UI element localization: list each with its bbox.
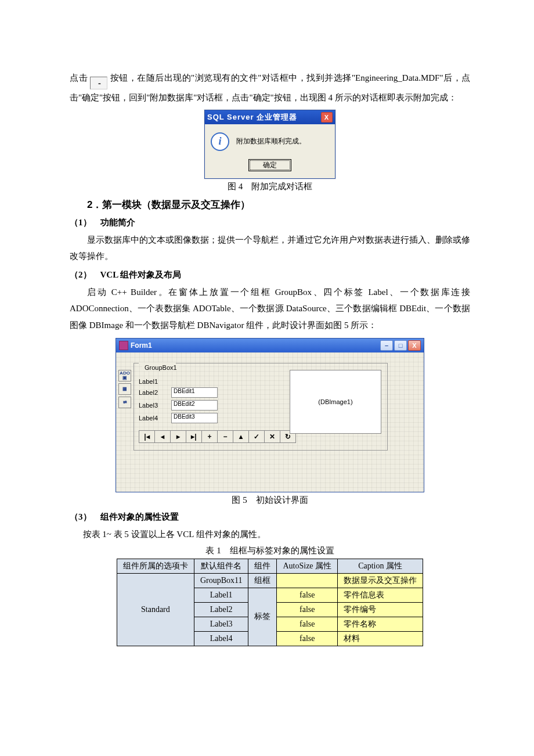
paragraph-1: 点击 ... 按钮，在随后出现的"浏览现有的文件"对话框中，找到并选择"Engi… (70, 70, 470, 106)
cell-name: Label1 (194, 588, 248, 602)
sql-server-dialog: SQL Server 企业管理器 X i 附加数据库顺利完成。 确定 (204, 110, 335, 179)
label2: Label2 (139, 389, 171, 396)
cell-caption: 零件编号 (338, 602, 423, 617)
th-tab: 组件所属的选项卡 (117, 559, 194, 573)
nav-post-icon[interactable]: ✓ (249, 431, 265, 443)
table-intro-paragraph: 按表 1~ 表 5 设置以上各 VCL 组件对象的属性。 (70, 526, 470, 543)
th-name: 默认组件名 (194, 559, 248, 573)
nav-insert-icon[interactable]: + (202, 431, 218, 443)
th-comp: 组件 (248, 559, 277, 573)
dialog-title-bar: SQL Server 企业管理器 X (205, 110, 335, 124)
cell-name: Label3 (194, 617, 248, 631)
subsection-3-heading: （3） 组件对象的属性设置 (70, 512, 470, 523)
th-autosize: AutoSize 属性 (277, 559, 338, 573)
property-table-1: 组件所属的选项卡 默认组件名 组件 AutoSize 属性 Caption 属性… (117, 559, 423, 646)
label3: Label3 (139, 402, 171, 409)
cell-autosize: false (277, 602, 338, 617)
subsection-2-heading: （2） VCL 组件对象及布局 (70, 269, 470, 280)
cell-caption: 材料 (338, 631, 423, 646)
vcl-layout-paragraph: 启动 C++ Builder。在窗体上放置一个组框 GroupBox、四个标签 … (70, 284, 470, 334)
subsection-1-heading: （1） 功能简介 (70, 217, 470, 228)
groupbox1: GroupBox1 (DBImage1) Label1 Label2 DBEdi… (134, 363, 388, 451)
form1-title-bar: Form1 – □ X (116, 339, 424, 352)
palette-adotable-icon[interactable]: ▦ (118, 383, 131, 395)
dbedit2[interactable]: DBEdit2 (171, 400, 218, 411)
table-header-row: 组件所属的选项卡 默认组件名 组件 AutoSize 属性 Caption 属性 (117, 559, 423, 573)
form1-app-icon (119, 341, 128, 350)
nav-delete-icon[interactable]: − (218, 431, 233, 443)
figure-5-container: Form1 – □ X ADO▣ ▦ ⇄ GroupBox1 (70, 338, 470, 492)
dialog-close-icon[interactable]: X (321, 112, 333, 123)
label4: Label4 (139, 415, 171, 422)
cell-tab-standard: Standard (117, 573, 194, 646)
section-2-heading: 2．第一模块（数据显示及交互操作） (87, 198, 470, 211)
figure-4-container: SQL Server 企业管理器 X i 附加数据库顺利完成。 确定 (70, 110, 470, 179)
info-icon: i (211, 132, 229, 151)
nav-edit-icon[interactable]: ▴ (233, 431, 249, 443)
cell-name: Label2 (194, 602, 248, 617)
cell-comp: 组框 (248, 573, 277, 588)
dbnavigator: |◂ ◂ ▸ ▸| + − ▴ ✓ ✕ ↻ (139, 430, 296, 443)
nav-cancel-icon[interactable]: ✕ (265, 431, 280, 443)
p1-text-b: 按钮，在随后出现的"浏览现有的文件"对话框中，找到并选择"Engineering… (70, 73, 470, 102)
cell-name: Label4 (194, 631, 248, 646)
nav-prior-icon[interactable]: ◂ (155, 431, 171, 443)
palette-adoconnection-icon[interactable]: ADO▣ (118, 370, 131, 381)
groupbox1-caption: GroupBox1 (142, 364, 179, 371)
figure-4-caption: 图 4 附加完成对话框 (70, 181, 470, 192)
form1-title: Form1 (131, 341, 152, 350)
form1-window: Form1 – □ X ADO▣ ▦ ⇄ GroupBox1 (116, 338, 424, 492)
minimize-icon[interactable]: – (380, 340, 393, 351)
browse-button-icon: ... (90, 77, 107, 89)
component-palette: ADO▣ ▦ ⇄ (118, 370, 131, 408)
dialog-ok-button[interactable]: 确定 (248, 159, 291, 171)
cell-autosize (277, 573, 338, 588)
cell-autosize: false (277, 631, 338, 646)
cell-caption: 数据显示及交互操作 (338, 573, 423, 588)
maximize-icon[interactable]: □ (394, 340, 407, 351)
nav-next-icon[interactable]: ▸ (171, 431, 186, 443)
cell-caption: 零件名称 (338, 617, 423, 631)
dialog-title: SQL Server 企业管理器 (207, 112, 297, 123)
palette-datasource-icon[interactable]: ⇄ (118, 397, 131, 408)
cell-autosize: false (277, 588, 338, 602)
cell-name: GroupBox11 (194, 573, 248, 588)
nav-last-icon[interactable]: ▸| (186, 431, 202, 443)
table-1-caption: 表 1 组框与标签对象的属性设置 (70, 545, 470, 556)
dialog-body: i 附加数据库顺利完成。 确定 (205, 124, 335, 178)
nav-first-icon[interactable]: |◂ (139, 431, 155, 443)
dbimage1[interactable]: (DBImage1) (290, 370, 381, 434)
form1-body: ADO▣ ▦ ⇄ GroupBox1 (DBImage1) Label1 Lab… (116, 352, 424, 492)
dbedit1[interactable]: DBEdit1 (171, 387, 218, 398)
cell-caption: 零件信息表 (338, 588, 423, 602)
close-icon[interactable]: X (408, 340, 421, 351)
dbedit3[interactable]: DBEdit3 (171, 413, 218, 423)
cell-autosize: false (277, 617, 338, 631)
table-row: Standard GroupBox11 组框 数据显示及交互操作 (117, 573, 423, 588)
th-caption: Caption 属性 (338, 559, 423, 573)
cell-comp-label: 标签 (248, 588, 277, 646)
label1: Label1 (139, 378, 171, 385)
p1-text-a: 点击 (70, 73, 88, 82)
function-intro-paragraph: 显示数据库中的文本或图像数据；提供一个导航栏，并通过它允许用户对数据表进行插入、… (70, 232, 470, 265)
figure-5-caption: 图 5 初始设计界面 (70, 495, 470, 506)
dialog-message: 附加数据库顺利完成。 (236, 136, 306, 146)
